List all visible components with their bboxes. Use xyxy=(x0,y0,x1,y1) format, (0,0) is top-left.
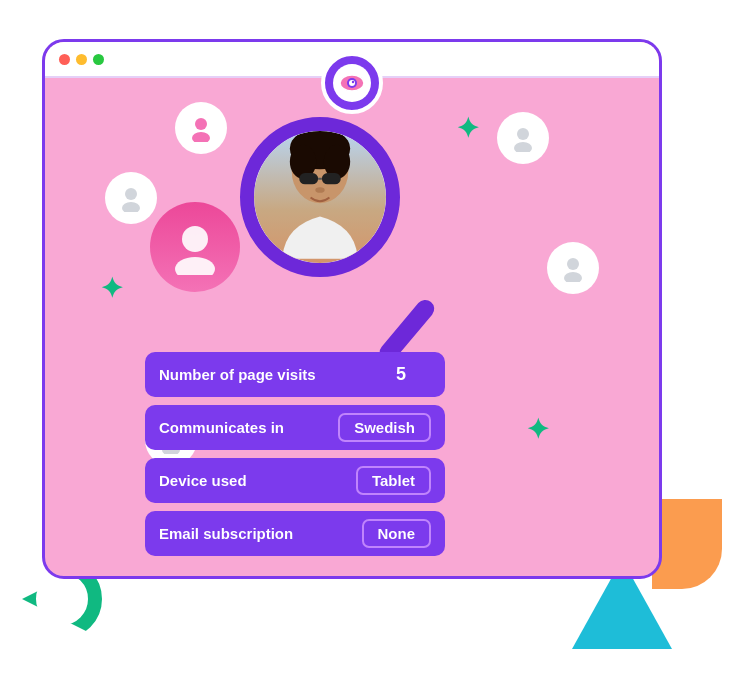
sparkle-4: ✦ xyxy=(526,413,549,446)
svg-rect-21 xyxy=(322,173,341,184)
magnifier-container xyxy=(240,117,460,357)
svg-point-15 xyxy=(175,257,215,275)
page-visits-value: 5 xyxy=(371,360,431,389)
user-icon-4 xyxy=(117,184,145,212)
device-value: Tablet xyxy=(356,466,431,495)
language-value: Swedish xyxy=(338,413,431,442)
info-card-email: Email subscription None xyxy=(145,511,445,556)
sparkle-3: ✦ xyxy=(100,272,123,305)
page-visits-label: Number of page visits xyxy=(159,366,359,383)
user-icon-2 xyxy=(509,124,537,152)
svg-point-9 xyxy=(564,272,582,282)
window-dot-red xyxy=(59,54,70,65)
svg-point-8 xyxy=(567,258,579,270)
person-silhouette xyxy=(254,131,386,263)
svg-point-14 xyxy=(182,226,208,252)
info-card-language: Communicates in Swedish xyxy=(145,405,445,450)
svg-rect-20 xyxy=(299,173,318,184)
language-label: Communicates in xyxy=(159,419,326,436)
user-icon-3 xyxy=(559,254,587,282)
svg-point-11 xyxy=(122,202,140,212)
info-card-device: Device used Tablet xyxy=(145,458,445,503)
svg-point-4 xyxy=(195,118,207,130)
info-cards-container: Number of page visits 5 Communicates in … xyxy=(145,352,445,556)
svg-point-7 xyxy=(514,142,532,152)
avatar-2 xyxy=(497,112,549,164)
bot-eye-icon xyxy=(339,73,365,93)
svg-point-3 xyxy=(352,81,354,83)
bot-inner-circle xyxy=(333,64,371,102)
user-icon-large xyxy=(167,219,223,275)
browser-window: ✦ ✦ ✦ ✦ xyxy=(42,39,662,579)
triangle-salmon-decoration xyxy=(652,499,722,589)
bot-avatar xyxy=(321,52,383,114)
user-icon-1 xyxy=(187,114,215,142)
svg-point-23 xyxy=(315,187,324,193)
svg-point-10 xyxy=(125,188,137,200)
magnifier-glass xyxy=(240,117,400,277)
avatar-1 xyxy=(175,102,227,154)
svg-point-5 xyxy=(192,132,210,142)
info-card-page-visits: Number of page visits 5 xyxy=(145,352,445,397)
email-value: None xyxy=(362,519,432,548)
svg-point-2 xyxy=(349,80,355,86)
avatar-3 xyxy=(547,242,599,294)
svg-point-6 xyxy=(517,128,529,140)
email-label: Email subscription xyxy=(159,525,350,542)
scene: ✦ ✦ ✦ ✦ xyxy=(12,9,732,669)
window-dot-yellow xyxy=(76,54,87,65)
avatar-large-pink xyxy=(150,202,240,292)
device-label: Device used xyxy=(159,472,344,489)
window-dot-green xyxy=(93,54,104,65)
avatar-4 xyxy=(105,172,157,224)
